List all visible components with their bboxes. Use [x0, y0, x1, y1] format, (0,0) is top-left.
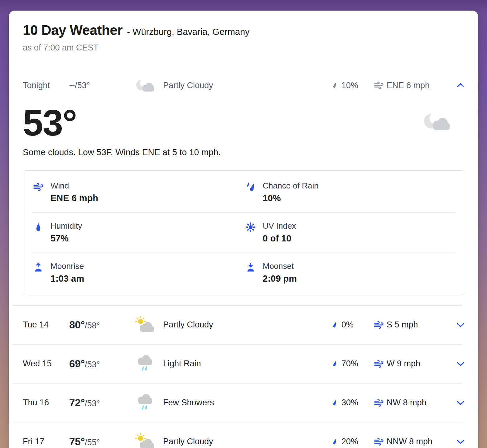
high-temp: 72°	[69, 397, 85, 408]
high-temp: --	[69, 81, 75, 90]
details-row: Humidity 57% UV Index 0 of 10	[32, 212, 456, 253]
high-temp: 75°	[69, 436, 85, 447]
tonight-temp: 53°	[23, 104, 76, 141]
temps: 69°/53°	[69, 358, 133, 370]
condition-label: Partly Cloudy	[163, 320, 331, 330]
wind-value: NNW 8 mph	[387, 437, 432, 446]
wind-cell: S 5 mph	[374, 320, 452, 330]
wind-value: NW 8 mph	[387, 398, 427, 407]
condition-icon-cell	[133, 316, 163, 334]
day-label: Tonight	[23, 81, 69, 90]
precip-value: 70%	[341, 359, 358, 369]
chevron-down-icon[interactable]	[455, 359, 466, 369]
detail-label: Moonrise	[51, 261, 84, 271]
chevron-down-icon[interactable]	[455, 320, 466, 330]
wind-value: W 9 mph	[387, 359, 420, 369]
precip-value: 30%	[341, 398, 358, 407]
page-title: 10 Day Weather	[23, 22, 123, 38]
raindrop-icon	[331, 399, 339, 407]
rain-cloud-icon	[133, 354, 156, 374]
tonight-details-panel: Wind ENE 6 mph Chance of Rain 10%	[23, 170, 465, 295]
temps: 72°/53°	[69, 397, 133, 409]
chevron-up-icon[interactable]	[455, 80, 466, 91]
condition-label: Light Rain	[163, 359, 331, 369]
wind-icon	[374, 320, 384, 330]
precip-cell: 20%	[331, 437, 374, 446]
temps: --/53°	[69, 81, 133, 90]
forecast-row-thu-16[interactable]: Thu 16 72°/53° Few Showers 30% NW 8 mph	[23, 384, 466, 422]
moon-cloud-icon	[133, 76, 156, 94]
detail-humidity: Humidity 57%	[32, 213, 244, 253]
wind-value: S 5 mph	[387, 320, 418, 330]
wind-icon	[374, 80, 384, 90]
sun-cloud-icon	[133, 433, 156, 448]
raindrop-icon	[331, 321, 339, 329]
wind-icon	[374, 398, 384, 408]
low-temp: /55°	[85, 438, 100, 447]
condition-label: Partly Cloudy	[163, 437, 331, 446]
precip-value: 0%	[341, 320, 354, 330]
detail-value: 0 of 10	[263, 233, 296, 244]
forecast-row-wed-15[interactable]: Wed 15 69°/53° Light Rain 70% W 9 mph	[23, 345, 466, 383]
moonset-icon	[245, 262, 256, 273]
detail-wind: Wind ENE 6 mph	[32, 173, 244, 212]
chevron-down-icon[interactable]	[455, 436, 466, 447]
day-label: Thu 16	[23, 398, 69, 407]
location-label: - Würzburg, Bavaria, Germany	[127, 27, 249, 37]
wind-icon	[374, 437, 384, 447]
moonrise-icon	[33, 262, 44, 273]
high-temp: 69°	[69, 358, 85, 369]
rain-drops-icon	[245, 182, 256, 192]
condition-icon-cell	[133, 354, 163, 374]
day-label: Wed 15	[23, 359, 69, 369]
detail-value: 57%	[51, 233, 82, 244]
detail-label: Wind	[51, 181, 98, 191]
detail-label: Humidity	[51, 221, 82, 231]
detail-moonrise: Moonrise 1:03 am	[32, 253, 244, 293]
precip-cell: 70%	[331, 359, 374, 369]
forecast-row-fri-17[interactable]: Fri 17 75°/55° Partly Cloudy 20% NNW 8 m…	[23, 422, 466, 448]
rain-cloud-icon	[133, 393, 156, 413]
header: 10 Day Weather - Würzburg, Bavaria, Germ…	[23, 22, 466, 38]
condition-label: Few Showers	[163, 398, 331, 407]
detail-label: Chance of Rain	[263, 181, 319, 191]
forecast-row-tue-14[interactable]: Tue 14 80°/58° Partly Cloudy 0% S 5 mph	[23, 306, 466, 344]
wind-icon	[33, 182, 44, 192]
low-temp: /53°	[85, 360, 100, 369]
detail-chance-of-rain: Chance of Rain 10%	[244, 173, 456, 212]
weather-card: 10 Day Weather - Würzburg, Bavaria, Germ…	[9, 11, 478, 448]
daily-forecast-list: Tue 14 80°/58° Partly Cloudy 0% S 5 mph	[23, 305, 466, 448]
temps: 80°/58°	[69, 319, 133, 331]
wind-cell: W 9 mph	[374, 359, 452, 369]
forecast-row-tonight[interactable]: Tonight --/53° Partly Cloudy 10% ENE 6 m…	[23, 73, 466, 98]
page-background: 10 Day Weather - Würzburg, Bavaria, Germ…	[0, 0, 487, 448]
precip-value: 20%	[341, 437, 358, 446]
details-row: Wind ENE 6 mph Chance of Rain 10%	[32, 173, 456, 212]
condition-icon-cell	[133, 393, 163, 413]
raindrop-icon	[331, 360, 339, 368]
condition-icon-cell	[133, 76, 163, 94]
tonight-expanded-header: 53°	[23, 104, 466, 141]
raindrop-icon	[331, 82, 339, 89]
wind-value: ENE 6 mph	[387, 81, 430, 90]
tonight-narrative: Some clouds. Low 53F. Winds ENE at 5 to …	[23, 147, 466, 157]
wind-icon	[374, 359, 384, 369]
precip-cell: 10%	[331, 81, 374, 90]
details-row: Moonrise 1:03 am Moonset 2:09 pm	[32, 253, 456, 293]
humidity-drop-icon	[33, 222, 44, 232]
day-label: Fri 17	[23, 437, 69, 446]
moon-cloud-icon	[419, 109, 451, 134]
uv-sun-icon	[245, 222, 256, 232]
raindrop-icon	[331, 438, 339, 446]
condition-label: Partly Cloudy	[163, 81, 331, 90]
low-temp: /53°	[75, 81, 90, 90]
detail-value: 2:09 pm	[263, 274, 297, 284]
detail-moonset: Moonset 2:09 pm	[244, 253, 456, 293]
chevron-down-icon[interactable]	[455, 398, 466, 408]
low-temp: /53°	[85, 399, 100, 408]
temps: 75°/55°	[69, 436, 133, 448]
as-of-timestamp: as of 7:00 am CEST	[23, 43, 466, 53]
precip-cell: 30%	[331, 398, 374, 407]
detail-value: 1:03 am	[51, 274, 84, 284]
wind-cell: NNW 8 mph	[374, 437, 452, 447]
